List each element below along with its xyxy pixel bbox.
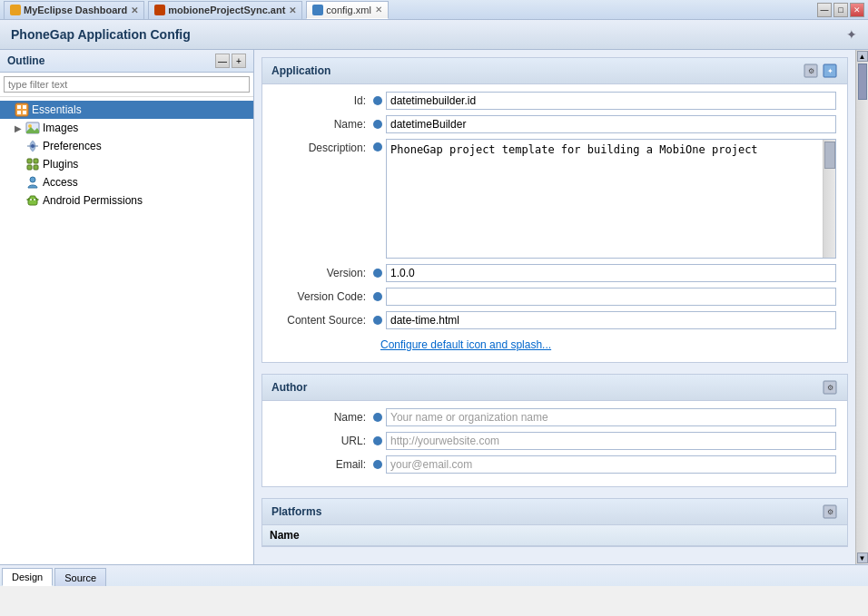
tab-mobione[interactable]: mobioneProjectSync.ant ✕ — [148, 1, 302, 19]
outline-tree: Essentials ▶ Images — [0, 97, 253, 564]
version-code-label: Version Code: — [273, 290, 373, 303]
outline-expand-button[interactable]: + — [232, 54, 246, 68]
bottom-tab-source-label: Source — [64, 572, 96, 583]
bottom-tab-design-label: Design — [12, 572, 43, 582]
version-input[interactable] — [386, 264, 836, 282]
access-label: Access — [43, 176, 78, 189]
outline-header: Outline — + — [0, 50, 253, 73]
preferences-label: Preferences — [43, 140, 102, 152]
platforms-table-wrapper: Name — [262, 525, 847, 546]
author-section-tools: ⚙ — [822, 379, 838, 396]
application-tool-1[interactable]: ⚙ — [803, 63, 819, 79]
maximize-button[interactable]: □ — [833, 3, 848, 17]
right-panel-scroll[interactable]: Application ⚙ ✦ Id: — [254, 50, 855, 564]
close-mobione-icon[interactable]: ✕ — [289, 5, 296, 15]
id-field-icon — [373, 96, 382, 105]
author-name-label: Name: — [273, 411, 373, 424]
android-permissions-label: Android Permissions — [43, 194, 143, 207]
version-code-row: Version Code: — [273, 288, 836, 306]
tree-item-essentials[interactable]: Essentials — [0, 101, 253, 119]
bottom-tab-source[interactable]: Source — [54, 568, 106, 586]
author-section: Author ⚙ Name: URL: — [261, 374, 848, 487]
description-textarea[interactable]: PhoneGap project template for building a… — [387, 140, 823, 258]
close-myeclipse-icon[interactable]: ✕ — [131, 5, 138, 15]
tab-config[interactable]: config.xml ✕ — [306, 1, 389, 19]
tree-item-android-permissions[interactable]: Android Permissions — [11, 191, 253, 210]
author-name-row: Name: — [273, 408, 836, 426]
platforms-section-header: Platforms ⚙ — [262, 499, 847, 525]
version-code-input[interactable] — [386, 288, 836, 306]
name-row: Name: — [273, 115, 836, 133]
header-settings-icon[interactable]: ✦ — [846, 27, 857, 42]
content-source-row: Content Source: — [273, 311, 836, 329]
outline-collapse-button[interactable]: — — [215, 54, 230, 68]
application-tool-2[interactable]: ✦ — [822, 63, 838, 79]
main-scrollbar[interactable]: ▲ ▼ — [855, 50, 868, 564]
svg-rect-3 — [17, 111, 21, 114]
configure-link-row: Configure default icon and splash... — [273, 335, 836, 355]
tree-item-access[interactable]: Access — [11, 173, 253, 191]
tree-item-images[interactable]: ▶ Images — [11, 119, 253, 137]
svg-rect-11 — [34, 159, 38, 163]
description-wrapper: PhoneGap project template for building a… — [386, 139, 836, 259]
svg-text:✦: ✦ — [827, 67, 833, 75]
platforms-col-name: Name — [262, 525, 847, 546]
author-email-field-icon — [373, 460, 382, 469]
author-url-label: URL: — [273, 435, 373, 447]
outline-header-buttons: — + — [215, 54, 246, 68]
svg-text:⚙: ⚙ — [827, 508, 833, 516]
description-field-icon — [373, 142, 382, 152]
version-label: Version: — [273, 267, 373, 279]
author-email-label: Email: — [273, 458, 373, 471]
version-field-icon — [373, 269, 382, 278]
platforms-section: Platforms ⚙ Name — [261, 498, 848, 547]
description-scrollbar[interactable] — [823, 140, 835, 258]
minimize-button[interactable]: — — [817, 3, 832, 17]
application-section: Application ⚙ ✦ Id: — [261, 57, 848, 363]
platforms-section-tools: ⚙ — [822, 504, 838, 520]
platforms-table: Name — [262, 525, 847, 546]
platforms-section-title: Platforms — [271, 505, 321, 518]
configure-link[interactable]: Configure default icon and splash... — [380, 338, 836, 351]
author-section-title: Author — [271, 381, 307, 394]
svg-text:⚙: ⚙ — [808, 67, 814, 75]
author-section-header: Author ⚙ — [262, 375, 847, 401]
author-url-input[interactable] — [386, 432, 836, 450]
description-row: Description: PhoneGap project template f… — [273, 139, 836, 259]
version-code-field-icon — [373, 292, 382, 301]
outline-filter-area — [0, 73, 253, 97]
svg-rect-4 — [23, 111, 26, 114]
description-label: Description: — [273, 139, 373, 154]
app-name-input[interactable] — [386, 115, 836, 133]
outline-filter-input[interactable] — [4, 76, 250, 93]
tree-item-preferences[interactable]: Preferences — [11, 137, 253, 155]
essentials-label: Essentials — [32, 103, 82, 116]
author-name-input[interactable] — [386, 408, 836, 426]
id-input[interactable] — [386, 92, 836, 110]
author-email-input[interactable] — [386, 455, 836, 474]
svg-rect-13 — [34, 165, 38, 170]
tab-mobione-label: mobioneProjectSync.ant — [168, 5, 285, 15]
platforms-tool-1[interactable]: ⚙ — [822, 504, 838, 520]
version-row: Version: — [273, 264, 836, 282]
page-title: PhoneGap Application Config — [11, 27, 191, 42]
app-title: MyEclipse Dashboard ✕ mobioneProjectSync… — [4, 1, 817, 19]
images-icon — [25, 121, 40, 135]
content-source-label: Content Source: — [273, 314, 373, 327]
svg-rect-1 — [17, 105, 21, 109]
tab-myeclipse[interactable]: MyEclipse Dashboard ✕ — [4, 1, 144, 19]
images-label: Images — [43, 122, 78, 134]
close-config-icon[interactable]: ✕ — [375, 5, 382, 15]
svg-point-14 — [30, 177, 35, 182]
content-source-input[interactable] — [386, 311, 836, 329]
android-icon — [25, 193, 40, 208]
tree-item-plugins[interactable]: Plugins — [11, 155, 253, 173]
essentials-icon — [15, 103, 29, 117]
content-source-field-icon — [373, 316, 382, 325]
application-section-header: Application ⚙ ✦ — [262, 58, 847, 84]
bottom-tab-design[interactable]: Design — [2, 568, 53, 586]
author-tool-1[interactable]: ⚙ — [822, 379, 838, 396]
close-button[interactable]: ✕ — [850, 3, 864, 17]
author-email-row: Email: — [273, 455, 836, 474]
bottom-tabs: Design Source — [0, 564, 868, 586]
